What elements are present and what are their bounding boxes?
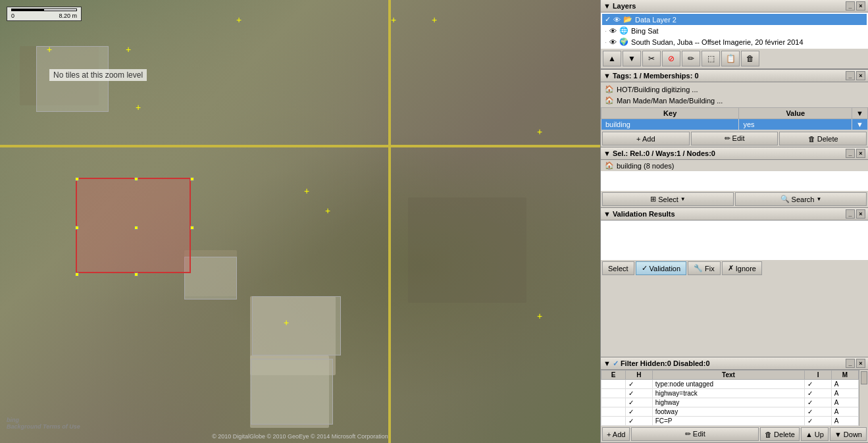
node-dot[interactable]	[190, 177, 194, 181]
duplicate-btn[interactable]: ✂	[642, 51, 661, 66]
sel-close-btn[interactable]: ×	[856, 149, 865, 158]
validation-section: ▼ Validation Results _ × Select ✓ Valida…	[601, 208, 868, 357]
layer-label: South Sudan, Juba -- Offset Imagerie, 20…	[631, 38, 804, 46]
node-dot[interactable]	[75, 177, 79, 181]
select-btn[interactable]: ⊞ Select ▼	[602, 192, 734, 206]
filter-row-highway-track[interactable]: ✓ highway=track ✓ A	[601, 389, 859, 398]
tags-minimize-btn[interactable]: _	[846, 71, 855, 80]
filter-section: ▼ ✓ Filter Hidden:0 Disabled:0 _ × E H T…	[601, 357, 868, 443]
filter-close-btn[interactable]: ×	[856, 359, 865, 368]
filter-m: A	[831, 389, 858, 398]
collapse-icon[interactable]: ▼	[603, 2, 611, 10]
val-ignore-btn[interactable]: ✗ Ignore	[722, 261, 762, 275]
val-fix-btn[interactable]: 🔧 Fix	[688, 261, 721, 275]
search-btn[interactable]: 🔍 Search ▼	[735, 192, 867, 206]
layer-icon-bing: 🌐	[619, 26, 628, 35]
building-mid[interactable]	[184, 257, 237, 300]
sel-building-item[interactable]: 🏠 building (8 nodes)	[601, 160, 868, 171]
filter-m: A	[831, 407, 858, 417]
layer-btn7[interactable]: 🗑	[741, 51, 759, 66]
cross-marker: +	[136, 102, 141, 113]
map-attribution: © 2010 DigitalGlobe © 2010 GeoEye © 2014…	[0, 433, 600, 440]
node-dot[interactable]	[134, 226, 138, 230]
sel-actions: ⊞ Select ▼ 🔍 Search ▼	[601, 191, 868, 207]
filter-e	[601, 380, 626, 389]
filter-m: A	[831, 398, 858, 407]
sel-minimize-btn[interactable]: _	[846, 149, 855, 158]
filter-h: ✓	[626, 417, 652, 426]
node-dot[interactable]	[75, 226, 79, 230]
preset-item-2[interactable]: 🏠 Man Made/Man Made/Building ...	[602, 95, 867, 106]
filter-col-m: M	[831, 371, 858, 380]
filter-scrollbar[interactable]	[859, 370, 868, 426]
filter-title: Filter Hidden:0 Disabled:0	[621, 359, 710, 367]
edit-tag-btn[interactable]: ✏ Edit	[691, 132, 779, 145]
filter-i: ✓	[805, 389, 831, 398]
filter-up-btn[interactable]: ▲ Up	[801, 427, 829, 441]
node-dot[interactable]	[75, 273, 79, 276]
sel-header: ▼ Sel.: Rel.:0 / Ways:1 / Nodes:0 _ ×	[601, 147, 868, 160]
filter-col-i: I	[805, 371, 831, 380]
building-lower1[interactable]	[252, 296, 341, 355]
node-dot[interactable]	[134, 177, 138, 181]
edit-layer-btn[interactable]: ✏	[682, 51, 700, 66]
collapse-icon[interactable]: ▼	[603, 72, 611, 80]
filter-row-fcp[interactable]: ✓ FC=P ✓ A	[601, 417, 859, 426]
filter-i: ✓	[805, 380, 831, 389]
layer-btn6[interactable]: 📋	[721, 51, 740, 66]
layer-item-bing[interactable]: · 👁 🌐 Bing Sat	[602, 25, 867, 36]
filter-row-node-untagged[interactable]: ✓ type:node untagged ✓ A	[601, 380, 859, 389]
tags-title: Tags: 1 / Memberships: 0	[613, 72, 699, 80]
preset-item-1[interactable]: 🏠 HOT/Building digitizing ...	[602, 84, 867, 95]
layer-btn5[interactable]: ⬚	[702, 51, 720, 66]
delete-layer-btn[interactable]: ⊘	[662, 51, 680, 66]
filter-minimize-btn[interactable]: _	[846, 359, 855, 368]
collapse-icon[interactable]: ▼	[603, 149, 611, 157]
sel-empty-area	[601, 171, 868, 191]
collapse-icon[interactable]: ▼	[603, 359, 611, 367]
tag-key: building	[601, 119, 739, 130]
filter-delete-btn[interactable]: 🗑 Delete	[760, 427, 800, 441]
val-select-btn[interactable]: Select	[602, 261, 634, 275]
filter-down-btn[interactable]: ▼ Down	[830, 427, 867, 441]
select-dropdown-arrow: ▼	[680, 196, 686, 202]
scrollbar-thumb[interactable]	[861, 371, 867, 384]
tag-dropdown[interactable]: ▼	[852, 119, 868, 130]
filter-row-footway[interactable]: ✓ footway ✓ A	[601, 407, 859, 417]
tags-close-btn[interactable]: ×	[856, 71, 865, 80]
val-minimize-btn[interactable]: _	[846, 209, 855, 219]
map-canvas[interactable]: + + + + + + + + + + + 0 8.20 m No tiles …	[0, 0, 600, 443]
tag-value: yes	[739, 119, 852, 130]
filter-col-h: H	[626, 371, 652, 380]
filter-h: ✓	[626, 407, 652, 417]
tags-table: Key Value ▼ building yes ▼	[601, 107, 868, 130]
layer-item-data-layer[interactable]: ✓ 👁 📂 Data Layer 2	[602, 14, 867, 25]
tag-row-building[interactable]: building yes ▼	[601, 119, 868, 130]
val-validation-btn[interactable]: ✓ Validation	[636, 261, 687, 275]
layers-minimize-btn[interactable]: _	[846, 1, 855, 11]
validation-header: ▼ Validation Results _ ×	[601, 208, 868, 221]
road-horizontal	[0, 145, 600, 147]
selected-building[interactable]	[76, 178, 191, 273]
tags-section: ▼ Tags: 1 / Memberships: 0 _ × 🏠 HOT/Bui…	[601, 70, 868, 147]
move-up-btn[interactable]: ▲	[603, 51, 621, 66]
node-dot[interactable]	[190, 226, 194, 230]
val-close-btn[interactable]: ×	[856, 209, 865, 219]
node-dot[interactable]	[134, 273, 138, 276]
layers-header: ▼ Layers _ ×	[601, 0, 868, 13]
add-tag-btn[interactable]: + Add	[602, 132, 690, 145]
filter-i: ✓	[805, 417, 831, 426]
col-dropdown[interactable]: ▼	[852, 108, 868, 119]
move-down-btn[interactable]: ▼	[623, 51, 641, 66]
filter-add-btn[interactable]: + Add	[602, 427, 630, 441]
filter-edit-btn[interactable]: ✏ Edit	[631, 427, 759, 441]
filter-col-text: Text	[652, 371, 805, 380]
building-lower2[interactable]	[251, 359, 333, 425]
collapse-icon[interactable]: ▼	[603, 210, 611, 218]
cross-marker: +	[304, 186, 309, 196]
filter-row-highway[interactable]: ✓ highway ✓ A	[601, 398, 859, 407]
validation-actions: Select ✓ Validation 🔧 Fix ✗ Ignore	[601, 260, 868, 276]
layer-item-sudan[interactable]: · 👁 🌍 South Sudan, Juba -- Offset Imager…	[602, 36, 867, 47]
delete-tag-btn[interactable]: 🗑 Delete	[779, 132, 867, 145]
layers-close-btn[interactable]: ×	[856, 1, 865, 11]
